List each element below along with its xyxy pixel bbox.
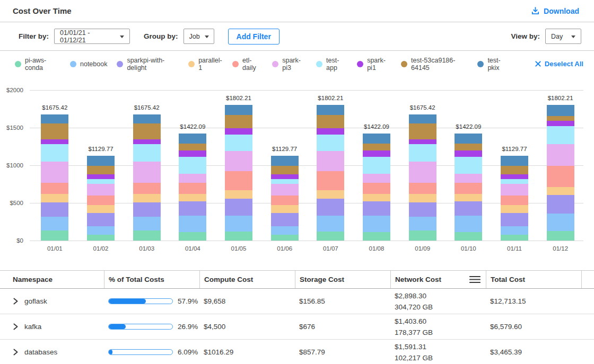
bar-segment-parallel-1[interactable] bbox=[455, 194, 482, 202]
bar-segment-test-app[interactable] bbox=[455, 157, 482, 174]
bar-segment-spark-pi3[interactable] bbox=[455, 174, 482, 183]
bar-segment-test-app[interactable] bbox=[363, 157, 390, 174]
bar-segment-pi-aws-conda[interactable] bbox=[179, 232, 206, 241]
bar-segment-test-53ca9186-64145[interactable] bbox=[547, 116, 574, 121]
bar-segment-spark-pi3[interactable] bbox=[133, 162, 161, 183]
bar-segment-notebook[interactable] bbox=[547, 214, 574, 231]
bar-segment-spark-pi3[interactable] bbox=[179, 174, 206, 183]
bar-segment-sparkpi-with-delight[interactable] bbox=[271, 213, 299, 226]
date-range-select[interactable]: 01/01/21 - 01/12/21 bbox=[54, 29, 130, 44]
legend-item-notebook[interactable]: notebook bbox=[70, 60, 107, 68]
bar-segment-spark-pi1[interactable] bbox=[317, 128, 344, 135]
bar-segment-test-app[interactable] bbox=[409, 144, 436, 162]
bar-segment-sparkpi-with-delight[interactable] bbox=[179, 201, 206, 216]
bar-segment-parallel-1[interactable] bbox=[87, 205, 115, 212]
bar-segment-test-pkix[interactable] bbox=[179, 134, 206, 144]
legend-item-pi-aws-conda[interactable]: pi-aws-conda bbox=[15, 57, 60, 72]
download-button[interactable]: Download bbox=[531, 6, 579, 15]
bar-segment-notebook[interactable] bbox=[409, 217, 436, 230]
table-row-databases[interactable]: databases6.09%$1016.29$857.79$1,591.3110… bbox=[0, 340, 594, 364]
bar-segment-spark-pi3[interactable] bbox=[271, 184, 299, 196]
bar-segment-etl-daily[interactable] bbox=[271, 196, 299, 205]
bar-segment-notebook[interactable] bbox=[363, 216, 390, 232]
bar-segment-notebook[interactable] bbox=[501, 226, 528, 235]
legend-item-spark-pi3[interactable]: spark-pi3 bbox=[272, 57, 307, 72]
bar-segment-test-pkix[interactable] bbox=[41, 114, 68, 123]
bar-segment-test-pkix[interactable] bbox=[455, 134, 482, 144]
bar-segment-test-53ca9186-64145[interactable] bbox=[87, 166, 115, 174]
bar-segment-parallel-1[interactable] bbox=[133, 194, 161, 202]
bar-segment-notebook[interactable] bbox=[179, 216, 206, 232]
bar-segment-etl-daily[interactable] bbox=[41, 183, 68, 194]
bar-segment-pi-aws-conda[interactable] bbox=[225, 232, 252, 241]
bar-segment-spark-pi1[interactable] bbox=[87, 174, 115, 179]
bar-segment-parallel-1[interactable] bbox=[225, 190, 252, 198]
legend-item-test-53ca9186-64145[interactable]: test-53ca9186-64145 bbox=[401, 57, 468, 72]
bar-segment-pi-aws-conda[interactable] bbox=[87, 235, 115, 241]
bar-segment-etl-daily[interactable] bbox=[547, 166, 574, 187]
deselect-all-button[interactable]: Deselect All bbox=[535, 60, 583, 68]
bar-segment-spark-pi3[interactable] bbox=[225, 151, 252, 172]
stacked-bar-01/11[interactable] bbox=[501, 156, 528, 241]
stacked-bar-01/04[interactable] bbox=[179, 134, 206, 241]
bar-segment-test-53ca9186-64145[interactable] bbox=[363, 144, 390, 150]
bar-segment-spark-pi3[interactable] bbox=[409, 162, 436, 183]
bar-segment-test-pkix[interactable] bbox=[547, 105, 574, 116]
bar-segment-spark-pi1[interactable] bbox=[409, 139, 436, 145]
legend-item-etl-daily[interactable]: etl-daily bbox=[232, 57, 263, 72]
bar-segment-pi-aws-conda[interactable] bbox=[501, 235, 528, 241]
bar-segment-parallel-1[interactable] bbox=[409, 194, 436, 202]
bar-segment-test-53ca9186-64145[interactable] bbox=[179, 144, 206, 150]
bar-segment-test-app[interactable] bbox=[501, 179, 528, 184]
bar-segment-spark-pi3[interactable] bbox=[547, 144, 574, 166]
bar-segment-test-app[interactable] bbox=[547, 126, 574, 144]
bar-segment-sparkpi-with-delight[interactable] bbox=[455, 201, 482, 216]
bar-segment-test-53ca9186-64145[interactable] bbox=[409, 123, 436, 139]
bar-segment-spark-pi1[interactable] bbox=[225, 128, 252, 135]
legend-item-test-pkix[interactable]: test-pkix bbox=[477, 57, 509, 72]
stacked-bar-01/10[interactable] bbox=[455, 134, 482, 241]
bar-segment-etl-daily[interactable] bbox=[317, 171, 344, 190]
bar-segment-notebook[interactable] bbox=[271, 226, 299, 235]
bar-segment-spark-pi1[interactable] bbox=[501, 174, 528, 179]
bar-segment-test-app[interactable] bbox=[179, 157, 206, 174]
bar-segment-spark-pi3[interactable] bbox=[317, 151, 344, 172]
bar-segment-pi-aws-conda[interactable] bbox=[317, 232, 344, 241]
bar-segment-spark-pi3[interactable] bbox=[41, 162, 68, 183]
bar-segment-spark-pi1[interactable] bbox=[547, 121, 574, 126]
bar-segment-test-app[interactable] bbox=[133, 144, 161, 162]
bar-segment-pi-aws-conda[interactable] bbox=[363, 232, 390, 241]
stacked-bar-01/05[interactable] bbox=[225, 105, 252, 241]
bar-segment-sparkpi-with-delight[interactable] bbox=[501, 213, 528, 226]
bar-segment-etl-daily[interactable] bbox=[409, 183, 436, 194]
bar-segment-etl-daily[interactable] bbox=[225, 171, 252, 190]
bar-segment-spark-pi1[interactable] bbox=[271, 174, 299, 179]
bar-segment-test-app[interactable] bbox=[41, 144, 68, 162]
bar-segment-test-53ca9186-64145[interactable] bbox=[225, 115, 252, 129]
bar-segment-spark-pi1[interactable] bbox=[41, 139, 68, 145]
chevron-right-icon[interactable] bbox=[13, 323, 19, 330]
stacked-bar-01/07[interactable] bbox=[317, 105, 344, 241]
bar-segment-test-app[interactable] bbox=[317, 135, 344, 150]
legend-item-parallel-1[interactable]: parallel-1 bbox=[188, 57, 223, 72]
bar-segment-notebook[interactable] bbox=[317, 216, 344, 232]
bar-segment-test-pkix[interactable] bbox=[317, 105, 344, 114]
bar-segment-pi-aws-conda[interactable] bbox=[271, 235, 299, 241]
bar-segment-spark-pi3[interactable] bbox=[363, 174, 390, 183]
bar-segment-test-53ca9186-64145[interactable] bbox=[501, 166, 528, 174]
bar-segment-sparkpi-with-delight[interactable] bbox=[409, 202, 436, 216]
legend-item-spark-pi1[interactable]: spark-pi1 bbox=[357, 57, 391, 72]
bar-segment-sparkpi-with-delight[interactable] bbox=[133, 202, 161, 216]
bar-segment-etl-daily[interactable] bbox=[133, 183, 161, 194]
bar-segment-parallel-1[interactable] bbox=[363, 194, 390, 202]
bar-segment-pi-aws-conda[interactable] bbox=[41, 230, 68, 241]
bar-segment-spark-pi3[interactable] bbox=[501, 184, 528, 196]
bar-segment-test-pkix[interactable] bbox=[409, 114, 436, 123]
stacked-bar-01/01[interactable] bbox=[41, 114, 68, 241]
bar-segment-etl-daily[interactable] bbox=[501, 196, 528, 205]
bar-segment-test-pkix[interactable] bbox=[225, 105, 252, 114]
stacked-bar-01/12[interactable] bbox=[547, 105, 574, 241]
bar-segment-notebook[interactable] bbox=[133, 217, 161, 230]
bar-segment-notebook[interactable] bbox=[41, 217, 68, 230]
stacked-bar-01/02[interactable] bbox=[87, 156, 115, 241]
